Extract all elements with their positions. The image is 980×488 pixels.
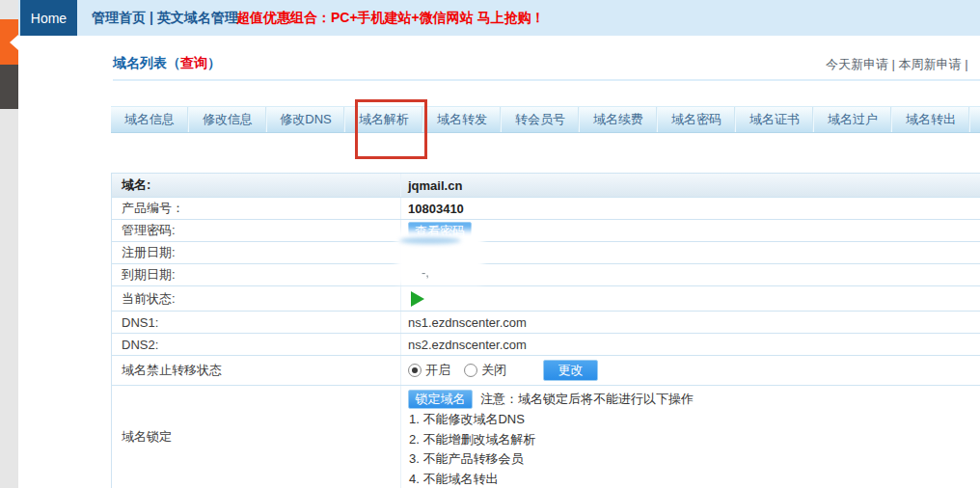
- lock-restriction-2: 2. 不能增删改域名解析: [408, 430, 980, 450]
- tab-domain-transfer-out[interactable]: 域名转出: [892, 107, 970, 132]
- radio-off[interactable]: [464, 364, 477, 377]
- lock-restriction-4: 4. 不能域名转出: [408, 470, 980, 488]
- transfer-lock-radio-group: 开启 关闭 更改: [408, 360, 598, 381]
- row-label: 注册日期:: [112, 244, 400, 261]
- dns2-value: ns2.ezdnscenter.com: [400, 334, 980, 355]
- lock-restriction-1: 1. 不能修改域名DNS: [408, 410, 980, 430]
- green-play-icon: [411, 291, 424, 307]
- table-row-status: 当前状态:: [112, 286, 980, 312]
- row-label: 域名禁止转移状态: [112, 362, 400, 379]
- home-tab[interactable]: Home: [20, 0, 77, 36]
- page-title-query: 查询: [180, 55, 207, 70]
- table-row-register-date: 注册日期:: [112, 242, 980, 264]
- lock-restriction-3: 3. 不能产品转移会员: [408, 449, 980, 470]
- tab-edit-info[interactable]: 修改信息: [189, 107, 267, 132]
- row-label: 产品编号：: [112, 200, 400, 217]
- table-row-expire-date: 到期日期:: [112, 264, 980, 286]
- row-label: DNS1:: [112, 315, 400, 330]
- row-label: 到期日期:: [112, 266, 400, 284]
- top-bar: Home 管理首页 | 英文域名管理 超值优惠组合：PC+手机建站+微信网站 马…: [18, 0, 980, 36]
- annotation-highlight-box: [355, 99, 427, 159]
- tab-domain-info[interactable]: 域名信息: [111, 107, 189, 132]
- table-row-domain: 域名: jqmail.cn: [112, 174, 980, 198]
- radio-off-label[interactable]: 关闭: [481, 362, 506, 379]
- dns1-value: ns1.ezdnscenter.com: [400, 312, 980, 333]
- page-title-text: 域名列表（: [113, 55, 180, 70]
- row-label: 当前状态:: [112, 290, 400, 308]
- chevron-left-icon: [10, 35, 18, 50]
- sidebar-dark-button[interactable]: [0, 65, 18, 109]
- domain-action-tabbar: 域名信息 修改信息 修改DNS 域名解析 域名转发 转会员号 域名续费 域名密码…: [111, 106, 980, 133]
- page-title: 域名列表（查询）: [113, 55, 221, 72]
- change-button[interactable]: 更改: [543, 360, 598, 381]
- page-title-close: ）: [207, 55, 221, 70]
- table-row-dns1: DNS1: ns1.ezdnscenter.com: [112, 312, 980, 334]
- expire-date-value: [400, 264, 980, 285]
- new-application-links[interactable]: 今天新申请 | 本周新申请 |: [826, 56, 968, 73]
- radio-on-label[interactable]: 开启: [425, 362, 450, 379]
- radio-on-selected[interactable]: [408, 364, 422, 377]
- left-edge-strip: [0, 0, 18, 488]
- tab-domain-forward[interactable]: 域名转发: [423, 107, 502, 132]
- domain-name-value: jqmail.cn: [400, 174, 980, 197]
- tab-domain-ownership[interactable]: 域名过户: [814, 107, 892, 132]
- topbar-nav-links[interactable]: 管理首页 | 英文域名管理: [92, 0, 238, 36]
- tab-domain-cert[interactable]: 域名证书: [736, 107, 814, 132]
- expire-date-fragment: -,: [422, 265, 429, 280]
- row-label: DNS2:: [112, 338, 400, 352]
- privacy-blur-smudge: [399, 237, 461, 244]
- promo-offer-link[interactable]: 超值优惠组合：PC+手机建站+微信网站 马上抢购！: [236, 0, 545, 36]
- register-date-value: [400, 242, 980, 263]
- tab-domain-renew[interactable]: 域名续费: [580, 107, 658, 132]
- lock-warning-text: 注意：域名锁定后将不能进行以下操作: [480, 391, 694, 408]
- row-label: 域名:: [112, 176, 400, 194]
- row-label: 管理密码:: [112, 222, 400, 239]
- tab-transfer-member[interactable]: 转会员号: [502, 107, 580, 132]
- table-row-product-id: 产品编号： 10803410: [112, 198, 980, 220]
- title-divider: [113, 79, 980, 81]
- tab-edit-dns[interactable]: 修改DNS: [267, 107, 345, 132]
- table-row-dns2: DNS2: ns2.ezdnscenter.com: [112, 334, 980, 356]
- collapse-panel-button[interactable]: [0, 19, 18, 65]
- table-row-domain-lock: 域名锁定 锁定域名 注意：域名锁定后将不能进行以下操作 1. 不能修改域名DNS…: [112, 386, 980, 488]
- table-row-transfer-lock: 域名禁止转移状态 开启 关闭 更改: [112, 356, 980, 386]
- tab-domain-password[interactable]: 域名密码: [658, 107, 736, 132]
- domain-detail-table: 域名: jqmail.cn 产品编号： 10803410 管理密码: 查看密码 …: [111, 173, 980, 488]
- product-id-value: 10803410: [400, 198, 980, 219]
- row-label: 域名锁定: [112, 386, 400, 488]
- lock-domain-button[interactable]: 锁定域名: [408, 390, 473, 409]
- table-row-admin-password: 管理密码: 查看密码: [112, 220, 980, 242]
